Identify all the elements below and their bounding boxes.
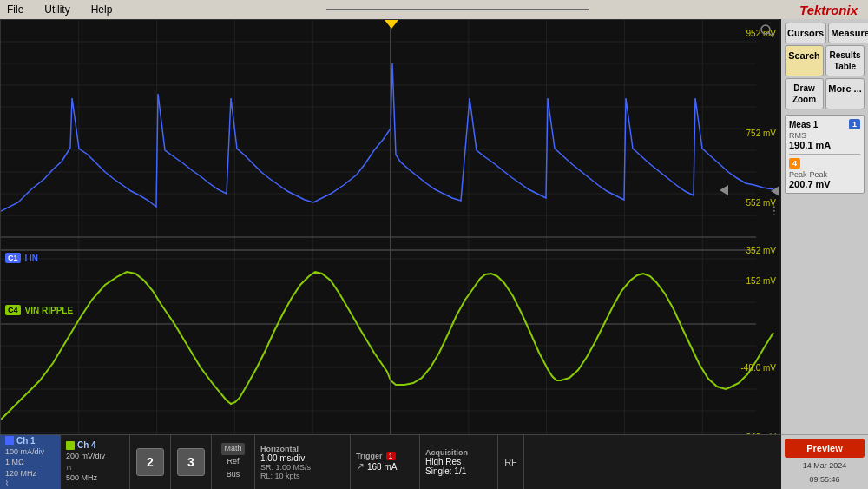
ch1-sublabel: I IN (25, 254, 39, 263)
svg-line-31 (769, 33, 773, 37)
horizontal-section[interactable]: Horizontal 1.00 ms/div SR: 1.00 MS/s RL:… (255, 435, 351, 489)
search-button[interactable]: Search (785, 45, 824, 76)
ch1-extra: ⌇ (5, 479, 9, 488)
meas1-channel-badge: 1 (849, 119, 860, 129)
measurements-panel: Meas 1 1 RMS 190.1 mA 4 Peak-Peak 200.7 … (785, 115, 865, 194)
bus-button[interactable]: Bus (224, 469, 243, 481)
y-label-352: 352 mV (746, 246, 776, 255)
trig-slope-icon: ↗ (356, 460, 365, 472)
three-dots-indicator: ··· (770, 205, 779, 216)
scope-screen: 952 mV 752 mV 552 mV 352 mV 152 mV -48.0… (0, 19, 779, 453)
ch1-bw: 120 MHz (5, 468, 36, 479)
horiz-sr: SR: 1.00 MS/s (260, 463, 311, 472)
bottom-bar: Ch 1 100 mA/div 1 MΩ 120 MHz ⌇ Ch 4 200 … (0, 434, 781, 489)
level-arrow (771, 186, 779, 196)
results-table-button[interactable]: Results Table (825, 45, 865, 76)
more-button[interactable]: More ... (825, 78, 865, 109)
time-display: 09:55:46 (785, 474, 865, 486)
date-display: 14 Mar 2024 (785, 460, 865, 472)
math-button[interactable]: Math (221, 443, 244, 455)
math-ref-bus-section[interactable]: Math Ref Bus (212, 435, 255, 489)
ch1-section[interactable]: Ch 1 100 mA/div 1 MΩ 120 MHz ⌇ (0, 435, 61, 489)
right-panel: Cursors Measure Search Results Table Dra… (781, 19, 868, 489)
ch1-scale: 100 mA/div (5, 446, 44, 458)
tektronix-logo: Tektronix (799, 3, 865, 17)
preview-button[interactable]: Preview (785, 439, 865, 458)
meas2-channel-badge: 4 (789, 158, 800, 169)
acq-state: Single: 1/1 (425, 466, 466, 476)
ch4-scale: 200 mV/div (66, 451, 105, 462)
trigger-section[interactable]: Trigger 1 ↗ 168 mA (351, 435, 420, 489)
acq-mode: High Res (425, 457, 461, 466)
meas1-label: Meas 1 (789, 120, 818, 129)
help-menu[interactable]: Help (88, 2, 116, 17)
rf-section[interactable]: RF (498, 435, 524, 489)
acq-title: Acquisition (425, 448, 468, 457)
draw-zoom-button[interactable]: Draw Zoom (785, 78, 824, 109)
y-label-152: 152 mV (746, 276, 776, 286)
scope-search-icon (760, 24, 774, 42)
ch4-badge: C4 (5, 305, 21, 315)
trigger-position-marker (385, 20, 398, 29)
ch4-bw: 500 MHz (66, 472, 97, 484)
ch1-coupling: 1 MΩ (5, 457, 24, 468)
ch1-color-dot (5, 436, 14, 445)
meas1-value: 190.1 mA (789, 140, 860, 150)
acquisition-section[interactable]: Acquisition High Res Single: 1/1 (420, 435, 498, 489)
trigger-level-marker (720, 185, 728, 195)
y-label-n48: -48.0 mV (740, 363, 776, 373)
trig-title: Trigger (356, 452, 383, 460)
cursors-button[interactable]: Cursors (785, 23, 826, 43)
ref-button[interactable]: Ref (224, 456, 241, 468)
trig-value: 168 mA (367, 462, 397, 472)
ch2-button[interactable]: 2 (136, 448, 164, 476)
utility-menu[interactable]: Utility (41, 2, 73, 17)
ch4-sublabel: VIN RIPPLE (25, 306, 74, 315)
rf-label: RF (504, 457, 517, 467)
ch1-label: Ch 1 (16, 436, 36, 446)
btn2-section[interactable]: 2 (130, 435, 171, 489)
scope-grid (1, 20, 779, 453)
y-label-752: 752 mV (746, 129, 776, 138)
measure-button[interactable]: Measure (828, 23, 868, 43)
trig-badge: 1 (386, 452, 396, 460)
ch1-badge: C1 (5, 253, 21, 263)
meas2-type: Peak-Peak (789, 170, 860, 179)
ch4-section[interactable]: Ch 4 200 mV/div ∩ 500 MHz (61, 435, 130, 489)
btn3-section[interactable]: 3 (171, 435, 212, 489)
meas2-value: 200.7 mV (789, 179, 860, 189)
horiz-title: Horizontal (260, 445, 299, 453)
svg-point-30 (761, 25, 770, 34)
bottom-right-panel: Preview 14 Mar 2024 09:55:46 (781, 434, 868, 489)
ch4-label: Ch 4 (77, 440, 96, 450)
horiz-scale: 1.00 ms/div (260, 453, 305, 463)
ch4-color-dot (66, 441, 75, 450)
ch4-coupling: ∩ (66, 462, 71, 473)
meas1-type: RMS (789, 131, 860, 140)
horiz-rl: RL: 10 kpts (260, 472, 300, 480)
file-menu[interactable]: File (3, 2, 27, 17)
menu-bar: File Utility Help Tektronix (0, 0, 868, 19)
ch3-button[interactable]: 3 (177, 448, 205, 476)
